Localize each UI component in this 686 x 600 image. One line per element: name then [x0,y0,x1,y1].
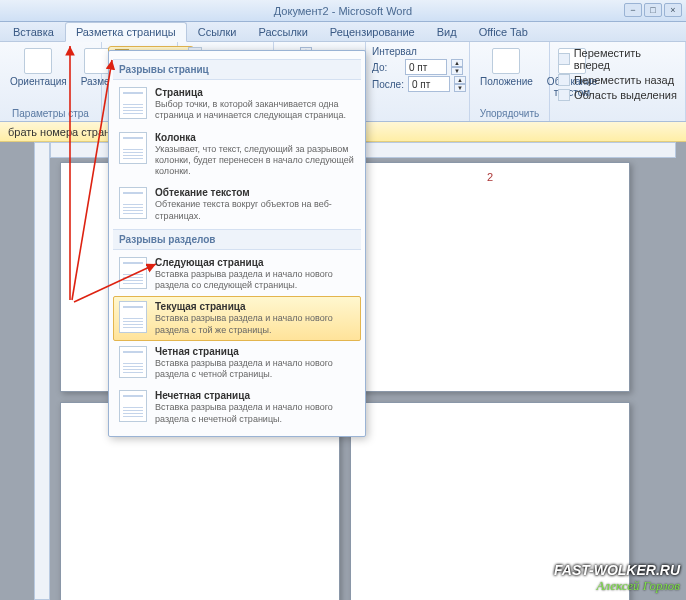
page-2[interactable]: 2 [350,162,630,392]
break-column[interactable]: КолонкаУказывает, что текст, следующий з… [113,127,361,183]
page-number-2: 2 [487,171,493,183]
tab-office[interactable]: Office Tab [468,22,539,41]
dropdown-header-section-breaks: Разрывы разделов [113,229,361,250]
section-next-page[interactable]: Следующая страницаВставка разрыва раздел… [113,252,361,297]
group-page-setup: Ориентация Размер Колонки Параметры стра [0,42,102,121]
break-page[interactable]: СтраницаВыбор точки, в которой заканчива… [113,82,361,127]
section-even-page[interactable]: Четная страницаВставка разрыва раздела и… [113,341,361,386]
spacing-before-spinner[interactable]: ▲▼ [451,59,463,75]
position-button[interactable]: Положение [476,46,537,100]
section-continuous-icon [119,301,147,333]
break-column-icon [119,132,147,164]
orientation-label: Ориентация [10,76,67,87]
window-controls: − □ × [624,3,682,17]
info-bar-text: брать номера страниц [8,126,123,138]
orientation-icon [24,48,52,74]
orientation-button[interactable]: Ориентация [6,46,71,89]
breaks-dropdown: Разрывы страниц СтраницаВыбор точки, в к… [108,50,366,437]
group-interval: Интервал До: ▲▼ После: ▲▼ [366,42,470,121]
group-arrange-right: Переместить вперед Переместить назад Обл… [550,42,686,121]
before-label: До: [372,62,401,73]
dropdown-header-page-breaks: Разрывы страниц [113,59,361,80]
bring-forward-icon [558,53,570,65]
send-backward-button[interactable]: Переместить назад [556,73,679,87]
group-arrange-label: Упорядочить [476,106,543,119]
minimize-button[interactable]: − [624,3,642,17]
tab-references[interactable]: Ссылки [187,22,248,41]
spacing-after-spinner[interactable]: ▲▼ [454,76,466,92]
watermark-site: FAST-WOLKER.RU [554,562,680,578]
tab-mailings[interactable]: Рассылки [247,22,318,41]
after-label: После: [372,79,404,90]
vertical-ruler [34,142,50,600]
watermark: FAST-WOLKER.RU Алексей Горлов [554,562,680,594]
send-backward-icon [558,74,570,86]
interval-label: Интервал [372,46,463,57]
selection-pane-icon [558,89,570,101]
tab-insert[interactable]: Вставка [2,22,65,41]
maximize-button[interactable]: □ [644,3,662,17]
ribbon-tabs: Вставка Разметка страницы Ссылки Рассылк… [0,22,686,42]
break-wrap-icon [119,187,147,219]
group-page-setup-label: Параметры стра [6,106,95,119]
section-odd-page-icon [119,390,147,422]
spacing-after-input[interactable] [408,76,450,92]
selection-pane-button[interactable]: Область выделения [556,88,679,102]
position-label: Положение [480,76,533,87]
section-next-page-icon [119,257,147,289]
break-page-icon [119,87,147,119]
title-bar: Документ2 - Microsoft Word − □ × [0,0,686,22]
spacing-before-input[interactable] [405,59,447,75]
position-icon [492,48,520,74]
tab-view[interactable]: Вид [426,22,468,41]
window-title: Документ2 - Microsoft Word [274,5,412,17]
section-even-page-icon [119,346,147,378]
group-arrange: Положение Обтекание текстом Упорядочить [470,42,550,121]
tab-page-layout[interactable]: Разметка страницы [65,22,187,42]
tab-review[interactable]: Рецензирование [319,22,426,41]
watermark-author: Алексей Горлов [554,578,680,594]
break-text-wrapping[interactable]: Обтекание текстомОбтекание текста вокруг… [113,182,361,227]
close-button[interactable]: × [664,3,682,17]
section-continuous[interactable]: Текущая страницаВставка разрыва раздела … [113,296,361,341]
section-odd-page[interactable]: Нечетная страницаВставка разрыва раздела… [113,385,361,430]
bring-forward-button[interactable]: Переместить вперед [556,46,679,72]
